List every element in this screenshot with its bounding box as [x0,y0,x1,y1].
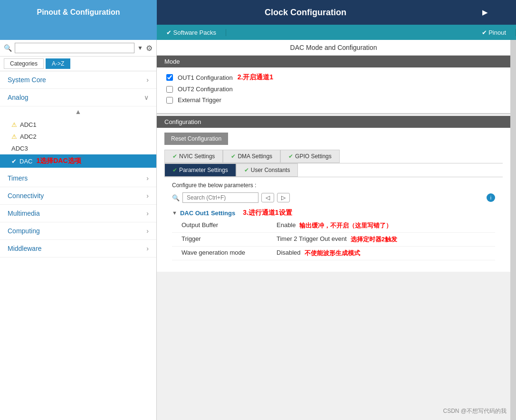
tab-nvic[interactable]: ✔ NVIC Settings [164,150,223,163]
multimedia-label: Multimedia [8,210,40,217]
sidebar-item-analog[interactable]: Analog ∨ [0,89,156,106]
params-search-row: 🔍 ◁ ▷ i [172,192,495,203]
tab-gpio[interactable]: ✔ GPIO Settings [280,150,340,163]
dac-label: DAC [19,158,32,165]
computing-label: Computing [8,227,40,235]
prev-nav-button[interactable]: ◁ [261,193,274,202]
dma-tab-label: DMA Settings [238,153,272,160]
output-buffer-annotation: 输出缓冲，不开启（这里写错了） [299,221,392,230]
gpio-check-icon: ✔ [288,153,293,160]
timers-label: Timers [8,174,28,182]
tab-user-constants[interactable]: ✔ User Constants [236,163,298,177]
chevron-right-icon: › [146,76,149,84]
param-group-dac-out1: ▼ DAC Out1 Settings 3.进行通道1设置 Output Buf… [172,207,495,260]
content-area: DAC Mode and Configuration Mode OUT1 Con… [157,40,510,420]
pinout-config-title: Pinout & Configuration [37,8,120,17]
param-row-output-buffer: Output Buffer Enable 输出缓冲，不开启（这里写错了） [172,219,495,233]
dma-check-icon: ✔ [231,153,236,160]
adc2-label: ADC2 [20,133,37,140]
tab-az[interactable]: A->Z [46,58,70,69]
ext-trigger-row: External Trigger [166,96,501,104]
chevron-down-icon: ∨ [144,94,149,101]
scroll-up-indicator: ▲ [0,106,156,117]
parameter-tab-label: Parameter Settings [179,167,228,173]
dropdown-arrow-icon: ▼ [137,45,143,51]
config-tabs-row2: ✔ Parameter Settings ✔ User Constants [164,163,503,177]
ext-trigger-label: External Trigger [178,96,221,104]
search-bar: 🔍 ▼ ⚙ [0,40,156,57]
analog-label: Analog [8,94,29,101]
out2-checkbox[interactable] [166,86,173,93]
up-arrow-icon: ▲ [75,108,82,115]
header-right-icon: ▶ [482,8,488,17]
sidebar-item-adc3[interactable]: ADC3 [0,143,156,154]
sidebar-item-timers[interactable]: Timers › [0,170,156,187]
next-nav-button[interactable]: ▷ [277,193,290,202]
dac-annotation: 1选择DAC选项 [36,157,81,165]
search-input[interactable] [15,43,134,53]
config-section: Configuration Reset Configuration ✔ NVIC… [157,116,510,272]
sidebar-item-multimedia[interactable]: Multimedia › [0,205,156,222]
gear-icon[interactable]: ⚙ [146,44,153,53]
content-title-text: DAC Mode and Configuration [290,44,377,51]
nvic-check-icon: ✔ [172,153,177,160]
mode-label: Mode [164,58,180,65]
adc3-label: ADC3 [11,145,28,152]
pinout-config-header: Pinout & Configuration [0,0,157,25]
header-right: ▶ [454,0,516,25]
system-core-label: System Core [8,76,46,84]
clock-config-title: Clock Configuration [265,8,346,18]
reset-config-button[interactable]: Reset Configuration [164,133,228,145]
tab-bar: Categories A->Z [0,57,156,71]
content-title: DAC Mode and Configuration [157,40,510,56]
out1-row: OUT1 Configuration 2.开启通道1 [166,73,501,82]
params-search-input[interactable] [182,192,258,203]
out1-checkbox[interactable] [166,74,173,81]
middleware-chevron-icon: › [146,245,149,252]
tab-dma[interactable]: ✔ DMA Settings [223,150,280,163]
config-content: Reset Configuration ✔ NVIC Settings ✔ DM… [157,128,510,272]
software-packs-tab[interactable]: ✔ Software Packs [157,29,226,36]
sidebar-item-computing[interactable]: Computing › [0,222,156,240]
watermark: CSDN @不想写代码的我 [443,407,506,415]
pinout-tab[interactable]: ✔ Pinout [472,29,516,36]
trigger-value: Timer 2 Trigger Out event [277,235,347,242]
sidebar-item-dac[interactable]: ✔ DAC 1选择DAC选项 [0,154,156,168]
sidebar-item-connectivity[interactable]: Connectivity › [0,187,156,205]
connectivity-label: Connectivity [8,192,44,200]
middleware-label: Middleware [8,245,42,252]
computing-chevron-icon: › [146,227,149,235]
sidebar-item-adc2[interactable]: ADC2 [0,131,156,143]
out2-label: OUT2 Configuration [178,86,233,93]
params-label: Configure the below parameters : [172,182,495,189]
wave-gen-name: Wave generation mode [182,249,277,256]
search-icon: 🔍 [4,44,12,52]
out1-annotation: 2.开启通道1 [238,73,273,82]
sidebar-item-adc1[interactable]: ADC1 [0,119,156,131]
param-row-wave-gen: Wave generation mode Disabled 不使能波形生成模式 [172,247,495,260]
adc1-label: ADC1 [20,121,37,128]
config-section-header: Configuration [157,116,510,128]
param-group-header[interactable]: ▼ DAC Out1 Settings 3.进行通道1设置 [172,207,495,219]
tab-parameter[interactable]: ✔ Parameter Settings [164,163,236,177]
wave-gen-value: Disabled [277,249,301,256]
tab-categories[interactable]: Categories [4,58,44,69]
trigger-name: Trigger [182,235,277,242]
info-icon[interactable]: i [487,193,495,202]
scrollbar[interactable] [510,40,516,420]
sidebar-item-system-core[interactable]: System Core › [0,71,156,89]
check-icon: ✔ [11,158,17,165]
group-label: DAC Out1 Settings [180,210,235,217]
params-area: Configure the below parameters : 🔍 ◁ ▷ i… [164,177,503,267]
analog-subsection: ADC1 ADC2 ADC3 ✔ DAC 1选择DAC选项 [0,117,156,170]
ext-trigger-checkbox[interactable] [166,97,173,104]
nvic-tab-label: NVIC Settings [179,153,215,160]
clock-config-header[interactable]: Clock Configuration [157,0,454,25]
params-search-icon: 🔍 [172,194,180,201]
sidebar-item-middleware[interactable]: Middleware › [0,240,156,258]
software-packs-label: ✔ Software Packs [166,29,216,36]
gpio-tab-label: GPIO Settings [295,153,332,160]
output-buffer-name: Output Buffer [182,221,277,229]
out1-label: OUT1 Configuration [178,74,233,81]
trigger-annotation: 选择定时器2触发 [351,235,397,244]
